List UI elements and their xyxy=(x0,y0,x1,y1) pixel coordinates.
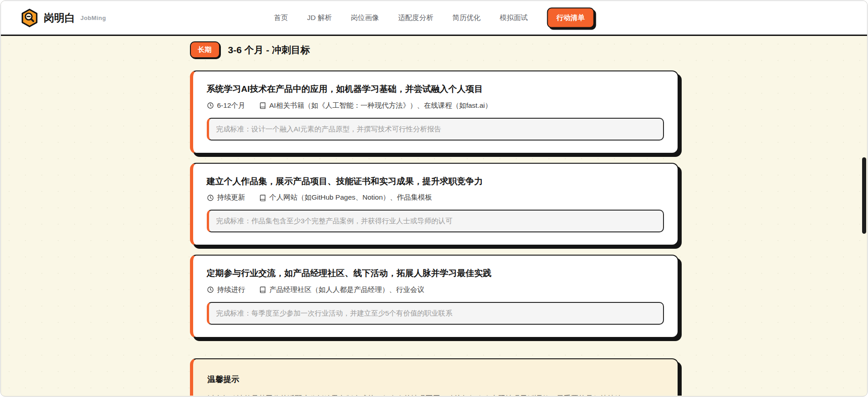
section-header: 长期 3-6 个月 - 冲刺目标 xyxy=(190,41,678,58)
long-term-badge: 长期 xyxy=(190,41,220,58)
completion-criteria-input[interactable] xyxy=(207,302,664,325)
nav-item-mock-interview[interactable]: 模拟面试 xyxy=(499,13,528,23)
nav-item-job-profile[interactable]: 岗位画像 xyxy=(351,13,379,23)
main-nav: 首页 JD 解析 岗位画像 适配度分析 简历优化 模拟面试 行动清单 xyxy=(274,8,594,28)
brand-name: 岗明白 xyxy=(44,11,75,25)
resources-text: 产品经理社区（如人人都是产品经理）、行业会议 xyxy=(269,285,424,295)
action-card-title: 系统学习AI技术在产品中的应用，如机器学习基础，并尝试融入个人项目 xyxy=(207,83,664,95)
action-card-meta: 持续更新 个人网站（如GitHub Pages、Notion）、作品集模板 xyxy=(207,193,664,202)
brand-subtitle: JobMing xyxy=(80,15,106,21)
duration-meta: 持续进行 xyxy=(207,285,245,295)
action-card-meta: 持续进行 产品经理社区（如人人都是产品经理）、行业会议 xyxy=(207,285,664,295)
action-card-meta: 6-12个月 AI相关书籍（如《人工智能：一种现代方法》）、在线课程（如fast… xyxy=(207,101,664,111)
completion-criteria-input[interactable] xyxy=(207,210,664,232)
duration-text: 持续进行 xyxy=(217,285,245,295)
section-title: 3-6 个月 - 冲刺目标 xyxy=(228,44,310,56)
book-icon xyxy=(259,286,266,293)
action-card: 定期参与行业交流，如产品经理社区、线下活动，拓展人脉并学习最佳实践 持续进行 产… xyxy=(190,255,678,338)
action-card: 系统学习AI技术在产品中的应用，如机器学习基础，并尝试融入个人项目 6-12个月… xyxy=(190,70,678,154)
clock-icon xyxy=(207,286,214,293)
nav-item-action-list-active[interactable]: 行动清单 xyxy=(547,8,594,28)
duration-meta: 6-12个月 xyxy=(207,101,245,111)
book-icon xyxy=(259,194,266,201)
logo-hexagon-search-icon xyxy=(21,9,38,27)
resources-meta: 产品经理社区（如人人都是产品经理）、行业会议 xyxy=(259,285,424,295)
duration-text: 持续更新 xyxy=(217,193,245,202)
tip-body: 以上行动清单是基于你的适配度分析结果定制生成的。每个人的情况不同，建议根据自身实… xyxy=(208,393,663,396)
tip-title: 温馨提示 xyxy=(208,374,663,385)
nav-item-fit-analysis[interactable]: 适配度分析 xyxy=(398,13,434,23)
nav-item-home[interactable]: 首页 xyxy=(274,13,288,23)
tip-card: 温馨提示 以上行动清单是基于你的适配度分析结果定制生成的。每个人的情况不同，建议… xyxy=(190,358,678,396)
clock-icon xyxy=(207,102,214,109)
page-content: 长期 3-6 个月 - 冲刺目标 系统学习AI技术在产品中的应用，如机器学习基础… xyxy=(1,36,867,396)
duration-meta: 持续更新 xyxy=(207,193,245,202)
nav-item-jd-parse[interactable]: JD 解析 xyxy=(307,13,332,23)
completion-criteria-input[interactable] xyxy=(207,118,664,141)
clock-icon xyxy=(207,194,214,201)
resources-meta: AI相关书籍（如《人工智能：一种现代方法》）、在线课程（如fast.ai） xyxy=(259,101,492,111)
app-window: 岗明白 JobMing 首页 JD 解析 岗位画像 适配度分析 简历优化 模拟面… xyxy=(0,0,868,397)
book-icon xyxy=(259,102,266,109)
resources-meta: 个人网站（如GitHub Pages、Notion）、作品集模板 xyxy=(259,193,432,202)
nav-item-resume-optimize[interactable]: 简历优化 xyxy=(452,13,480,23)
vertical-scrollbar-thumb[interactable] xyxy=(862,157,866,234)
action-card-title: 定期参与行业交流，如产品经理社区、线下活动，拓展人脉并学习最佳实践 xyxy=(207,267,664,279)
action-card-title: 建立个人作品集，展示产品项目、技能证书和实习成果，提升求职竞争力 xyxy=(207,176,664,187)
duration-text: 6-12个月 xyxy=(217,101,245,111)
top-navbar: 岗明白 JobMing 首页 JD 解析 岗位画像 适配度分析 简历优化 模拟面… xyxy=(1,1,867,36)
resources-text: 个人网站（如GitHub Pages、Notion）、作品集模板 xyxy=(269,193,432,202)
resources-text: AI相关书籍（如《人工智能：一种现代方法》）、在线课程（如fast.ai） xyxy=(269,101,492,111)
action-card: 建立个人作品集，展示产品项目、技能证书和实习成果，提升求职竞争力 持续更新 个人… xyxy=(190,163,678,246)
brand[interactable]: 岗明白 JobMing xyxy=(21,9,106,27)
